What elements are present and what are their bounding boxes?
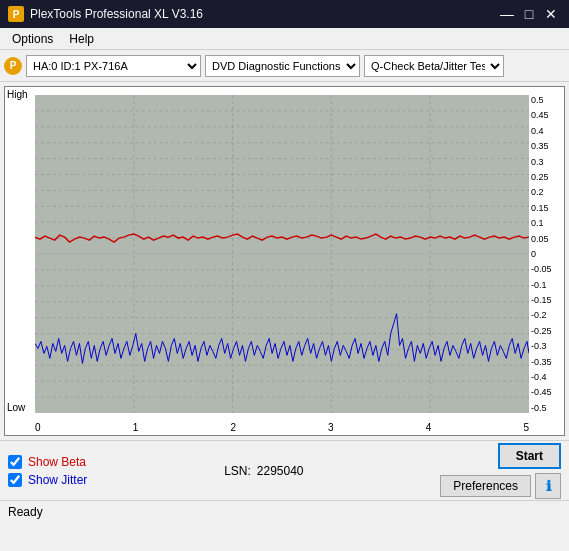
drive-select[interactable]: HA:0 ID:1 PX-716A	[26, 55, 201, 77]
app-icon: P	[8, 6, 24, 22]
x-label-3: 3	[328, 422, 334, 433]
show-beta-label: Show Beta	[28, 455, 86, 469]
title-bar: P PlexTools Professional XL V3.16 — □ ✕	[0, 0, 569, 28]
x-label-0: 0	[35, 422, 41, 433]
right-controls: Start Preferences ℹ	[440, 443, 561, 499]
show-jitter-label: Show Jitter	[28, 473, 87, 487]
info-button[interactable]: ℹ	[535, 473, 561, 499]
test-select[interactable]: Q-Check Beta/Jitter Test	[364, 55, 504, 77]
chart-plot-area	[35, 95, 529, 413]
lsn-label: LSN:	[224, 464, 251, 478]
lsn-value: 2295040	[257, 464, 304, 478]
status-text: Ready	[8, 505, 43, 519]
x-label-4: 4	[426, 422, 432, 433]
x-label-1: 1	[133, 422, 139, 433]
function-select[interactable]: DVD Diagnostic Functions	[205, 55, 360, 77]
window-controls: — □ ✕	[497, 5, 561, 23]
chart-container: High Low	[4, 86, 565, 436]
toolbar: P HA:0 ID:1 PX-716A DVD Diagnostic Funct…	[0, 50, 569, 82]
show-jitter-checkbox[interactable]	[8, 473, 22, 487]
preferences-button[interactable]: Preferences	[440, 475, 531, 497]
title-bar-left: P PlexTools Professional XL V3.16	[8, 6, 203, 22]
maximize-button[interactable]: □	[519, 5, 539, 23]
right-controls-bottom: Preferences ℹ	[440, 473, 561, 499]
x-label-2: 2	[230, 422, 236, 433]
x-axis: 0 1 2 3 4 5	[35, 418, 529, 435]
lsn-area: LSN: 2295040	[224, 464, 303, 478]
y-label-low: Low	[7, 402, 25, 413]
y-axis-right: 0.5 0.45 0.4 0.35 0.3 0.25 0.2 0.15 0.1 …	[529, 95, 564, 413]
chart-svg	[35, 95, 529, 413]
checkbox-area: Show Beta Show Jitter	[8, 455, 87, 487]
menu-help[interactable]: Help	[61, 30, 102, 48]
bottom-panel: Show Beta Show Jitter LSN: 2295040 Start…	[0, 440, 569, 500]
status-bar: Ready	[0, 500, 569, 522]
show-beta-checkbox[interactable]	[8, 455, 22, 469]
app-title: PlexTools Professional XL V3.16	[30, 7, 203, 21]
show-jitter-row: Show Jitter	[8, 473, 87, 487]
jitter-line	[35, 314, 529, 364]
drive-icon: P	[4, 57, 22, 75]
close-button[interactable]: ✕	[541, 5, 561, 23]
start-button[interactable]: Start	[498, 443, 561, 469]
show-beta-row: Show Beta	[8, 455, 87, 469]
menu-bar: Options Help	[0, 28, 569, 50]
minimize-button[interactable]: —	[497, 5, 517, 23]
x-label-5: 5	[523, 422, 529, 433]
menu-options[interactable]: Options	[4, 30, 61, 48]
y-label-high: High	[7, 89, 28, 100]
